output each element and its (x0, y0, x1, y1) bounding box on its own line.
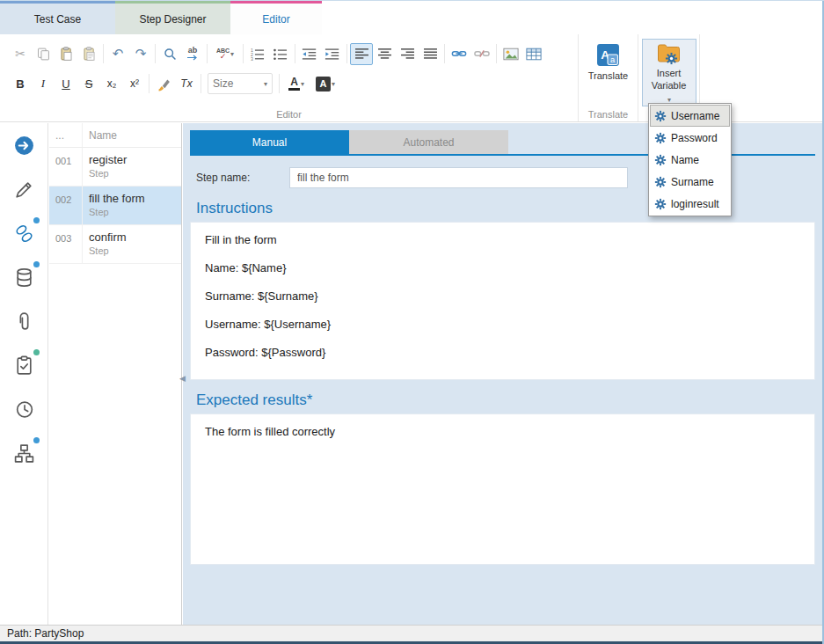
copy-button[interactable] (32, 43, 55, 65)
app-window: Test Case Step Designer Editor ✂ ↶ ↷ (0, 0, 824, 644)
divider (279, 74, 280, 93)
bullet-list-button[interactable] (269, 43, 292, 65)
justify-button[interactable] (419, 43, 441, 65)
sidebar-item-tasks[interactable] (0, 343, 47, 387)
sidebar-item-data[interactable] (0, 255, 47, 299)
sidebar-item-steps[interactable] (0, 211, 47, 255)
sidebar-item-history[interactable] (0, 387, 47, 431)
insert-link-button[interactable] (448, 43, 470, 65)
ribbon-row-2: B I U S x₂ x² Tx Size ▾ A (9, 70, 572, 97)
decrease-indent-button[interactable] (298, 43, 321, 65)
spellcheck-icon: ABC ✓ (216, 48, 230, 61)
insert-table-button[interactable] (522, 43, 545, 65)
spellcheck-button[interactable]: ABC ✓ ▾ (210, 43, 240, 65)
step-name-input[interactable] (289, 167, 628, 188)
ribbon-group-editor: ✂ ↶ ↷ ab (0, 34, 579, 121)
tab-step-designer[interactable]: Step Designer (115, 1, 230, 34)
redo-button[interactable]: ↷ (129, 43, 152, 65)
bold-button[interactable]: B (9, 73, 32, 95)
font-color-button[interactable]: A ▾ (282, 73, 310, 95)
sidebar-item-hierarchy[interactable] (0, 431, 47, 475)
history-clock-icon (13, 399, 35, 421)
replace-button[interactable]: ab (181, 43, 204, 65)
steps-chain-icon (13, 223, 35, 245)
magnifier-icon (163, 47, 178, 62)
align-left-icon (354, 48, 369, 60)
sidebar-item-edit[interactable] (0, 167, 47, 211)
steps-panel: ... Name 001 register Step 002 fill the … (49, 123, 182, 625)
image-icon (503, 48, 519, 61)
insert-image-button[interactable] (500, 43, 522, 65)
splitter-collapse-icon[interactable]: ◀ (179, 374, 186, 383)
sidebar-item-navigate[interactable] (0, 123, 47, 167)
unlink-icon (474, 46, 490, 62)
menu-item-label: Username (671, 110, 719, 122)
step-name: fill the form (89, 192, 181, 205)
tab-test-case[interactable]: Test Case (0, 1, 115, 34)
background-color-button[interactable]: A ▾ (310, 73, 340, 95)
instructions-line: Password: ${Password} (205, 347, 800, 359)
font-color-icon: A (288, 77, 300, 91)
undo-icon: ↶ (113, 46, 124, 62)
align-right-button[interactable] (396, 43, 419, 65)
tab-automated[interactable]: Automated (349, 130, 508, 154)
menu-item-loginresult[interactable]: loginresult (650, 193, 730, 215)
menu-item-name[interactable]: Name (650, 149, 730, 171)
italic-button[interactable]: I (32, 73, 55, 95)
format-painter-icon (157, 77, 171, 91)
numbered-list-icon: 123 (250, 48, 266, 61)
underline-button[interactable]: U (55, 73, 77, 95)
step-type: Step (89, 207, 181, 217)
gear-icon (665, 52, 678, 65)
strikethrough-button[interactable]: S (77, 73, 100, 95)
font-size-dropdown[interactable]: Size ▾ (208, 73, 273, 94)
translate-button[interactable]: Aa Translate (581, 39, 636, 85)
paperclip-icon (13, 311, 35, 333)
step-row-003[interactable]: 003 confirm Step (49, 225, 181, 264)
menu-item-username[interactable]: Username (650, 105, 730, 127)
numbered-list-button[interactable]: 123 (246, 43, 269, 65)
cut-button[interactable]: ✂ (9, 43, 32, 65)
instructions-line: Fill in the form (205, 234, 800, 246)
background-color-icon: A (316, 77, 331, 91)
insert-variable-label-2: Variable (652, 80, 687, 91)
step-row-001[interactable]: 001 register Step (49, 148, 181, 187)
increase-indent-button[interactable] (321, 43, 344, 65)
database-icon (13, 267, 35, 289)
find-button[interactable] (158, 43, 181, 65)
subscript-button[interactable]: x₂ (100, 73, 123, 95)
tab-editor[interactable]: Editor (230, 1, 322, 34)
divider (496, 44, 497, 63)
sidebar-item-attachments[interactable] (0, 299, 47, 343)
divider (243, 44, 244, 63)
instructions-editor[interactable]: Fill in the form Name: ${Name} Surname: … (190, 222, 815, 380)
notification-dot (33, 217, 40, 223)
superscript-button[interactable]: x² (123, 73, 146, 95)
align-center-icon (377, 48, 392, 60)
expected-results-heading: Expected results* (196, 392, 815, 409)
align-center-button[interactable] (373, 43, 396, 65)
tab-manual[interactable]: Manual (190, 130, 349, 154)
table-icon (526, 48, 542, 61)
step-number: 001 (49, 148, 83, 186)
insert-variable-menu: Username Password Name Surname loginresu… (648, 103, 732, 216)
paste-plain-button[interactable] (77, 43, 100, 65)
menu-item-password[interactable]: Password (650, 127, 730, 149)
menu-item-surname[interactable]: Surname (650, 171, 730, 193)
increase-indent-icon (324, 48, 340, 61)
format-painter-button[interactable] (152, 73, 175, 95)
step-number: 003 (49, 225, 83, 263)
align-left-button[interactable] (350, 43, 373, 65)
remove-format-button[interactable]: Tx (175, 73, 198, 95)
undo-button[interactable]: ↶ (106, 43, 129, 65)
remove-link-button[interactable] (470, 43, 493, 65)
translate-label: Translate (588, 70, 628, 83)
paste-button[interactable] (55, 43, 77, 65)
document-tabbar: Test Case Step Designer Editor (0, 1, 824, 34)
expected-results-editor[interactable]: The form is filled correctly (190, 413, 815, 565)
step-row-002[interactable]: 002 fill the form Step (49, 187, 181, 225)
insert-variable-label-1: Insert (657, 68, 682, 78)
gear-icon (654, 110, 667, 122)
insert-variable-button[interactable]: Insert Variable ▾ (642, 39, 696, 106)
bold-icon: B (16, 77, 24, 91)
